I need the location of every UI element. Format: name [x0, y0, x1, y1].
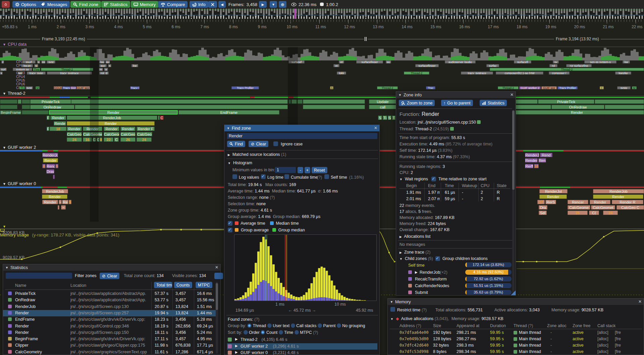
wait-column-header[interactable]: Wakeup: [462, 183, 477, 188]
min-bin-increment[interactable]: +: [305, 167, 310, 173]
sort-by-option-radio[interactable]: [294, 330, 299, 335]
expand-arrow-icon[interactable]: ▶: [399, 235, 402, 238]
child-zone-name[interactable]: RecalcTransform: [415, 277, 447, 281]
sort-by-option-label[interactable]: Order: [248, 330, 261, 335]
wait-column-header[interactable]: End: [428, 183, 435, 188]
help-icon[interactable]: (?): [416, 323, 421, 328]
column-location[interactable]: Location: [70, 283, 86, 288]
go-to-parent-button[interactable]: ↑Go to parent: [441, 100, 473, 106]
wait-column-header[interactable]: Begin: [406, 183, 417, 188]
table-row[interactable]: EndFramejni/../jni/src/claw/gfx/drv/vk/D…: [3, 316, 218, 323]
table-row[interactable]: Renderjni/../jni/src/guif/Control.cpp:34…: [3, 323, 218, 329]
table-row[interactable]: 0x7dfc53d9988 bytes298.34 ms59.95 sMain …: [388, 349, 644, 355]
sort-by-option-radio[interactable]: [279, 330, 283, 335]
table-row[interactable]: CalcGeometryjni/../jni/src/claw/graphics…: [3, 349, 218, 355]
zone-info-titlebar[interactable]: ▼ Zone info ✕: [396, 92, 516, 98]
help-icon[interactable]: (?): [422, 308, 427, 312]
table-row[interactable]: Renderjni/../jni/src/guif/Screen.cpp:257…: [3, 310, 218, 316]
table-row[interactable]: 0x7dfc42d64032 bytes298.3 ms59.95 sMain …: [388, 342, 644, 349]
expand-arrow-icon[interactable]: ▶: [235, 344, 238, 348]
cut-button[interactable]: [214, 273, 223, 279]
sort-by-option-label[interactable]: MTPC: [299, 330, 313, 335]
wait-column-header[interactable]: Time: [445, 183, 454, 188]
group-by-option-label[interactable]: Thread: [252, 323, 267, 328]
find-zone-search-input[interactable]: Render: [227, 133, 377, 139]
help-icon[interactable]: (?): [254, 317, 259, 322]
help-icon[interactable]: (?): [313, 330, 318, 335]
close-icon[interactable]: ✕: [374, 126, 377, 130]
group-by-option-label[interactable]: No grouping: [341, 323, 365, 328]
memory-column-header[interactable]: Appeared at: [457, 323, 479, 328]
collapse-arrow-icon[interactable]: ▼: [5, 266, 8, 269]
group-by-option-radio[interactable]: [337, 323, 341, 328]
table-row[interactable]: 0x7e049b3d00128 bytes298.27 ms59.95 sMai…: [388, 336, 644, 342]
restrict-time-checkbox[interactable]: [390, 307, 395, 312]
callstack-alloc[interactable]: [alloc]: [597, 343, 608, 348]
table-row[interactable]: Renderjni/../jni/src/guif/Screen.cpp:150…: [3, 329, 218, 336]
wait-regions-label[interactable]: Wait regions: [405, 177, 428, 181]
expand-arrow-icon[interactable]: ▶: [235, 350, 238, 354]
close-icon[interactable]: ✕: [215, 265, 218, 270]
collapse-arrow-icon[interactable]: ▼: [390, 300, 393, 304]
log-time-checkbox[interactable]: [261, 174, 266, 179]
callstack-alloc[interactable]: [alloc]: [597, 349, 608, 354]
show-group-checkbox[interactable]: [228, 228, 232, 232]
expand-arrow-icon[interactable]: ▶: [415, 270, 418, 274]
sort-by-option-radio[interactable]: [244, 330, 248, 335]
child-zone-name[interactable]: RenderJob: [420, 270, 440, 275]
sort-mtpc-button[interactable]: MTPC: [196, 282, 212, 288]
active-allocations-label[interactable]: Active allocations: [401, 316, 434, 321]
child-zone-name[interactable]: Submit: [415, 290, 428, 295]
memory-column-header[interactable]: Zone alloc: [547, 323, 567, 328]
zone-info-scrollbar[interactable]: [512, 110, 515, 293]
matched-locations-label[interactable]: Matched source locations: [232, 152, 280, 157]
memory-column-header[interactable]: Thread (?): [514, 323, 533, 328]
group-by-option-radio[interactable]: [291, 323, 295, 328]
table-row[interactable]: BeginFramejni/../jni/src/claw/gfx/drv/vk…: [3, 336, 218, 342]
expand-arrow-icon[interactable]: ▶: [399, 251, 402, 254]
group-by-option-radio[interactable]: [247, 323, 252, 328]
memory-column-header[interactable]: Duration: [490, 323, 506, 328]
callstack-free[interactable]: [fre: [615, 330, 621, 335]
child-zones-label[interactable]: Child zones: [405, 256, 427, 261]
sort-by-option-label[interactable]: Count: [265, 330, 278, 335]
callstack-free[interactable]: [fre: [615, 337, 621, 341]
collapse-arrow-icon[interactable]: ▼: [399, 257, 402, 261]
callstack-free[interactable]: [fre: [615, 349, 621, 354]
reset-button[interactable]: Reset: [312, 167, 327, 173]
sort-counts-button[interactable]: Counts: [174, 282, 192, 288]
table-row[interactable]: OnRedrawjni/../jni/src/claw/application/…: [3, 297, 218, 303]
statistics-scrollbar[interactable]: [216, 282, 218, 354]
memory-column-header[interactable]: Call stack: [597, 323, 615, 328]
sort-by-option-radio[interactable]: [261, 330, 265, 335]
callstack-alloc[interactable]: [alloc]: [597, 337, 608, 341]
found-group-row[interactable]: ▶GUIF worker 0(3,231) 4.48 s: [227, 350, 377, 355]
memory-column-header[interactable]: Size: [433, 323, 441, 328]
found-group-row[interactable]: ▶GUIF worker 2(3,296) 4.61 s: [227, 343, 377, 350]
collapse-arrow-icon[interactable]: ▼: [227, 127, 230, 130]
clear-button[interactable]: ⊘Clear: [249, 141, 268, 147]
filter-zones-input[interactable]: [6, 273, 72, 279]
table-row[interactable]: RenderJobjni/../jni/src/guif/Screen.cpp:…: [3, 304, 218, 310]
memory-column-header[interactable]: Zone free: [573, 323, 591, 328]
table-row[interactable]: PrivateTickjni/../jni/src/claw/applicati…: [3, 291, 218, 297]
collapse-arrow-icon[interactable]: ▼: [399, 178, 402, 181]
sort-by-option-label[interactable]: Time: [283, 330, 294, 335]
zone-statistics-button[interactable]: Statistics: [480, 100, 507, 106]
table-row[interactable]: Clipperjni/../jni/src/claw/gfx/geo/Clipp…: [3, 342, 218, 349]
histogram-section-label[interactable]: Histogram: [233, 161, 252, 165]
show-avg-median-checkbox[interactable]: [228, 221, 232, 226]
callstack-free[interactable]: [fre: [615, 343, 621, 348]
clear-filter-button[interactable]: ⊘Clear: [100, 273, 119, 279]
collapse-arrow-icon[interactable]: ▼: [398, 93, 401, 97]
min-bin-input[interactable]: 1: [275, 167, 296, 173]
group-by-option-label[interactable]: User text: [272, 323, 291, 328]
help-icon[interactable]: (?): [528, 323, 533, 328]
group-by-option-radio[interactable]: [267, 323, 272, 328]
collapse-arrow-icon[interactable]: ▼: [390, 317, 393, 321]
group-by-option-radio[interactable]: [318, 323, 322, 328]
group-by-option-label[interactable]: Call stacks: [295, 323, 318, 328]
resize-handle[interactable]: [511, 291, 516, 295]
source-color-swatch[interactable]: [477, 120, 481, 124]
collapse-arrow-icon[interactable]: ▼: [228, 162, 231, 165]
